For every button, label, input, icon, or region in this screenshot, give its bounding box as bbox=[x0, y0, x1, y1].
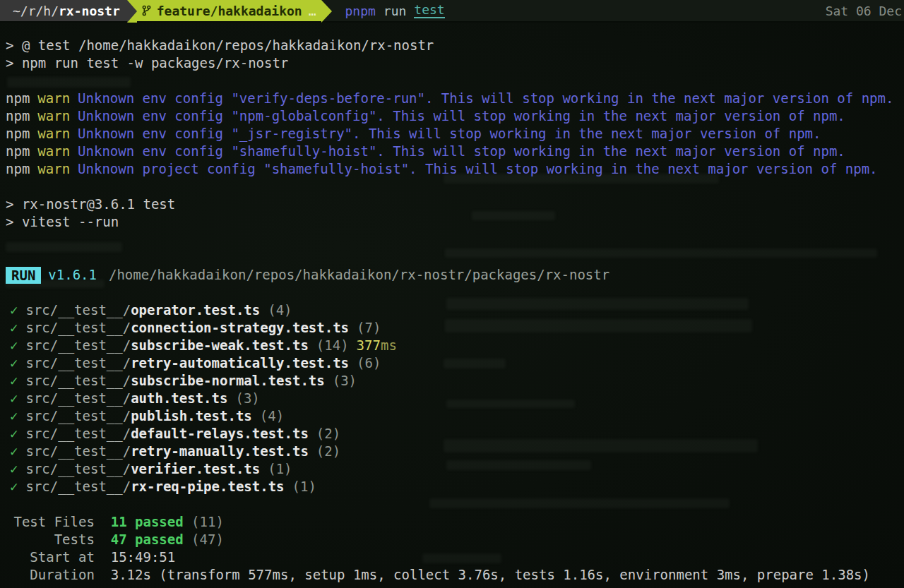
summary-label: Tests bbox=[6, 532, 111, 547]
git-branch-name: feature/hakkadaikon bbox=[157, 4, 302, 18]
git-branch-icon bbox=[141, 4, 152, 17]
warn-message: Unknown env config "verify-deps-before-r… bbox=[78, 90, 893, 106]
test-file-name: subscribe-normal.test.ts bbox=[131, 373, 325, 388]
summary-start-at: Start at 15:49:51 bbox=[6, 548, 904, 566]
test-file-result: ✓src/__test__/retry-manually.test.ts(2) bbox=[6, 443, 904, 460]
summary-label: Test Files bbox=[6, 514, 111, 529]
test-file-dir: src/__test__/ bbox=[25, 408, 131, 424]
pass-check-icon: ✓ bbox=[10, 443, 18, 459]
test-file-result: ✓src/__test__/auth.test.ts(3) bbox=[6, 390, 904, 407]
test-file-result: ✓src/__test__/connection-strategy.test.t… bbox=[6, 319, 904, 337]
blank-line bbox=[6, 496, 904, 513]
summary-duration-value: 3.12s (transform 577ms, setup 1ms, colle… bbox=[111, 567, 870, 582]
test-count: (14) bbox=[316, 337, 349, 353]
summary-label: Start at bbox=[6, 549, 111, 565]
npm-warning-line: npmwarnUnknown env config "_jsr-registry… bbox=[6, 125, 904, 143]
pass-check-icon: ✓ bbox=[10, 320, 18, 335]
summary-duration: Duration 3.12s (transform 577ms, setup 1… bbox=[6, 566, 904, 584]
test-file-result: ✓src/__test__/rx-req-pipe.test.ts(1) bbox=[6, 478, 904, 496]
test-file-result: ✓src/__test__/publish.test.ts(4) bbox=[6, 407, 904, 425]
summary-tests: Tests 47 passed (47) bbox=[6, 531, 904, 548]
test-count: (4) bbox=[268, 302, 292, 318]
test-file-dir: src/__test__/ bbox=[25, 320, 131, 335]
test-file-result: ✓src/__test__/subscribe-normal.test.ts(3… bbox=[6, 372, 904, 390]
command-run: run bbox=[383, 4, 407, 18]
warn-level: warn bbox=[37, 161, 70, 176]
test-count: (2) bbox=[316, 426, 340, 441]
npm-warning-line: npmwarnUnknown env config "verify-deps-b… bbox=[6, 90, 904, 107]
test-count: (1) bbox=[268, 461, 292, 476]
warn-message: Unknown env config "_jsr-registry". This… bbox=[78, 126, 821, 141]
npm-prefix: npm bbox=[6, 126, 30, 141]
pass-check-icon: ✓ bbox=[10, 426, 18, 441]
warn-level: warn bbox=[37, 126, 70, 141]
test-count: (3) bbox=[333, 373, 357, 388]
npm-warning-line: npmwarnUnknown project config "shamefull… bbox=[6, 160, 904, 178]
pass-check-icon: ✓ bbox=[10, 408, 18, 424]
test-file-name: verifier.test.ts bbox=[131, 461, 260, 476]
test-count: (3) bbox=[235, 390, 259, 406]
summary-start-time: 15:49:51 bbox=[111, 549, 176, 565]
test-file-name: connection-strategy.test.ts bbox=[131, 320, 349, 335]
test-file-name: retry-manually.test.ts bbox=[131, 443, 309, 459]
test-file-dir: src/__test__/ bbox=[25, 390, 131, 406]
command-pnpm: pnpm bbox=[345, 4, 375, 18]
test-file-result: ✓src/__test__/subscribe-weak.test.ts(14)… bbox=[6, 337, 904, 354]
test-file-name: operator.test.ts bbox=[131, 302, 260, 318]
test-duration-unit: ms bbox=[381, 337, 397, 353]
terminal-window: { "topbar": { "path_prefix": "~/r/h/", "… bbox=[0, 0, 904, 588]
warn-level: warn bbox=[37, 108, 70, 124]
stdout-line: > npm run test -w packages/rx-nostr bbox=[6, 54, 904, 72]
test-file-result: ✓src/__test__/default-relays.test.ts(2) bbox=[6, 425, 904, 443]
test-count: (6) bbox=[357, 355, 381, 371]
status-bar-date: Sat 06 Dec bbox=[826, 0, 904, 21]
blank-line bbox=[6, 248, 904, 266]
npm-warning-line: npmwarnUnknown env config "shamefully-ho… bbox=[6, 143, 904, 160]
test-file-name: auth.test.ts bbox=[131, 390, 227, 406]
summary-label: Duration bbox=[6, 567, 111, 582]
test-file-result: ✓src/__test__/verifier.test.ts(1) bbox=[6, 460, 904, 478]
pass-check-icon: ✓ bbox=[10, 302, 18, 318]
pass-check-icon: ✓ bbox=[10, 373, 18, 388]
test-duration: 377 bbox=[357, 337, 381, 353]
pass-check-icon: ✓ bbox=[10, 390, 18, 406]
cwd-segment: ~/r/h/rx-nostr bbox=[0, 0, 127, 21]
stdout-line: > @ test /home/hakkadaikon/repos/hakkada… bbox=[6, 37, 904, 54]
test-file-name: publish.test.ts bbox=[131, 408, 252, 424]
warn-level: warn bbox=[37, 90, 70, 106]
vitest-version: v1.6.1 bbox=[48, 266, 97, 284]
terminal-output[interactable]: > @ test /home/hakkadaikon/repos/hakkada… bbox=[0, 37, 904, 584]
test-file-name: subscribe-weak.test.ts bbox=[131, 337, 309, 353]
test-count: (7) bbox=[357, 320, 381, 335]
pass-check-icon: ✓ bbox=[10, 337, 18, 353]
test-file-name: default-relays.test.ts bbox=[131, 426, 309, 441]
cwd-repo-name: rx-nostr bbox=[59, 4, 120, 18]
test-file-dir: src/__test__/ bbox=[25, 443, 131, 459]
warn-message: Unknown project config "shamefully-hoist… bbox=[78, 161, 877, 176]
status-bar-spacer bbox=[445, 0, 826, 21]
warn-message: Unknown env config "npm-globalconfig". T… bbox=[78, 108, 845, 124]
summary-total: (11) bbox=[184, 514, 224, 529]
pass-check-icon: ✓ bbox=[10, 479, 18, 494]
summary-passed: 11 passed bbox=[111, 514, 184, 529]
test-count: (2) bbox=[316, 443, 340, 459]
blank-line bbox=[6, 72, 904, 90]
npm-prefix: npm bbox=[6, 108, 30, 124]
vitest-root-path: /home/hakkadaikon/repos/hakkadaikon/rx-n… bbox=[109, 266, 609, 284]
test-count: (4) bbox=[260, 408, 284, 424]
running-command: pnpm run test bbox=[345, 0, 444, 21]
npm-prefix: npm bbox=[6, 143, 30, 159]
blank-line bbox=[6, 178, 904, 196]
vitest-run-banner: RUN v1.6.1 /home/hakkadaikon/repos/hakka… bbox=[6, 266, 904, 284]
test-file-dir: src/__test__/ bbox=[25, 426, 131, 441]
status-bar: ~/r/h/rx-nostr feature/hakkadaikon … pnp… bbox=[0, 0, 904, 23]
blank-line bbox=[6, 284, 904, 301]
summary-total: (47) bbox=[184, 532, 224, 547]
test-file-result: ✓src/__test__/retry-automatically.test.t… bbox=[6, 354, 904, 372]
npm-prefix: npm bbox=[6, 90, 30, 106]
test-count: (1) bbox=[292, 479, 316, 494]
warn-message: Unknown env config "shamefully-hoist". T… bbox=[78, 143, 845, 159]
git-branch-segment: feature/hakkadaikon … bbox=[137, 0, 322, 21]
branch-truncation-ellipsis: … bbox=[309, 4, 316, 18]
pass-check-icon: ✓ bbox=[10, 461, 18, 476]
